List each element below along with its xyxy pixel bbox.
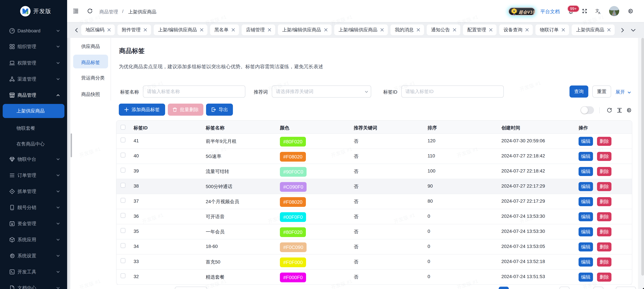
- svg-text:A: A: [598, 11, 600, 14]
